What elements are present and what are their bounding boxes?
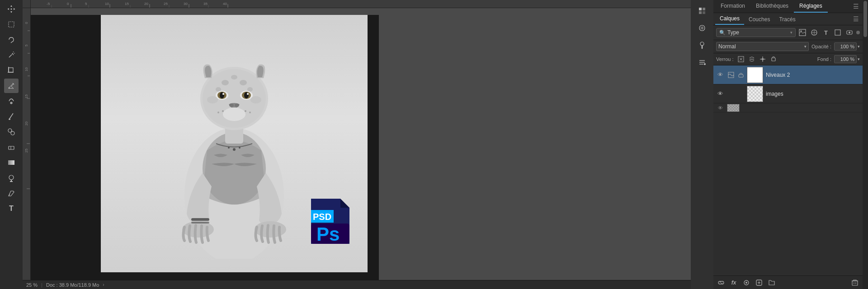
- move-tool[interactable]: [4, 2, 19, 16]
- opacity-value[interactable]: 100 %: [834, 42, 857, 51]
- layer-eye-niveaux2[interactable]: 👁: [716, 71, 724, 79]
- clone-stamp-tool[interactable]: [4, 125, 19, 139]
- properties-panel-icon[interactable]: [695, 21, 709, 35]
- canvas-content[interactable]: PSD Ps: [31, 8, 691, 280]
- fond-value[interactable]: 100 %: [834, 55, 857, 63]
- svg-point-77: [222, 80, 229, 85]
- add-adjustment-icon[interactable]: [754, 278, 764, 288]
- lasso-tool[interactable]: [4, 33, 19, 47]
- add-style-icon[interactable]: fx: [729, 278, 739, 288]
- lock-pixels-icon[interactable]: [736, 55, 745, 64]
- svg-point-22: [11, 131, 14, 135]
- filter-dropdown-arrow[interactable]: ▾: [790, 30, 793, 35]
- channels-panel-icon[interactable]: [695, 55, 709, 70]
- svg-point-94: [245, 110, 246, 112]
- add-group-icon[interactable]: [767, 278, 777, 288]
- svg-text:10: 10: [105, 2, 109, 6]
- svg-point-27: [9, 175, 14, 180]
- layer-item-bg[interactable]: 👁: [713, 103, 863, 112]
- layer-normal-icon: ·: [727, 90, 735, 98]
- layer-thumb-bg: [727, 104, 740, 112]
- brush-preset-icon[interactable]: [695, 38, 709, 52]
- filter-type-icon[interactable]: T: [821, 28, 831, 37]
- blend-mode-select[interactable]: Normal ▾: [716, 42, 809, 51]
- layer-item-images[interactable]: 👁 · · images: [713, 84, 863, 103]
- canvas-artwork: [162, 24, 307, 259]
- lock-position-icon[interactable]: [758, 55, 767, 64]
- svg-text:25: 25: [164, 2, 168, 6]
- svg-point-20: [9, 119, 10, 120]
- svg-point-98: [250, 96, 261, 103]
- layer-link-niveaux2[interactable]: [738, 72, 744, 78]
- filter-search[interactable]: 🔍 Type ▾: [716, 28, 796, 37]
- svg-rect-119: [835, 30, 840, 35]
- tab-bibliotheques[interactable]: Bibliothèques: [750, 0, 794, 13]
- svg-line-6: [9, 55, 12, 57]
- filter-shape-icon[interactable]: [833, 28, 843, 37]
- layer-link-images[interactable]: ·: [738, 91, 744, 97]
- filter-active-dot: [856, 31, 860, 34]
- tab-couches[interactable]: Couches: [744, 14, 774, 25]
- layer-item-niveaux2[interactable]: 👁 Niveaux 2: [713, 65, 863, 84]
- lock-artboard-icon[interactable]: [769, 55, 778, 64]
- thumb-bg-checker: [727, 104, 739, 112]
- svg-text:Ps: Ps: [316, 224, 340, 245]
- dodge-tool[interactable]: [4, 171, 19, 185]
- right-scrollbar[interactable]: [863, 0, 868, 289]
- svg-rect-11: [9, 68, 13, 72]
- layers-list: 👁 Niveaux 2 👁 · · images 👁: [713, 65, 863, 275]
- tab-calques[interactable]: Calques: [715, 13, 744, 25]
- svg-rect-104: [703, 8, 705, 10]
- crop-tool[interactable]: [4, 63, 19, 78]
- layer-eye-images[interactable]: 👁: [716, 90, 724, 98]
- svg-text:PSD: PSD: [313, 212, 331, 222]
- canvas-document: PSD Ps: [101, 15, 368, 272]
- eyedropper-tool[interactable]: [4, 79, 19, 93]
- svg-text:-5: -5: [47, 2, 50, 6]
- opacity-dropdown-arrow[interactable]: ▾: [858, 44, 860, 49]
- svg-rect-106: [703, 11, 705, 14]
- svg-point-121: [849, 32, 850, 33]
- thumb-content-images: [747, 86, 763, 102]
- svg-point-91: [235, 103, 239, 107]
- magic-wand-tool[interactable]: [4, 48, 19, 62]
- panel-secondary-menu-icon[interactable]: ☰: [851, 13, 861, 25]
- add-mask-icon[interactable]: [741, 278, 751, 288]
- panel-menu-icon[interactable]: ☰: [851, 0, 861, 13]
- ruler-top: -5 0 5 10 15 20 25 30 35 40: [23, 0, 691, 8]
- blend-mode-dropdown-arrow: ▾: [804, 44, 807, 49]
- libraries-panel-icon[interactable]: [695, 4, 709, 18]
- type-tool[interactable]: T: [4, 201, 19, 216]
- layer-thumb-images: [747, 86, 763, 102]
- layer-adjustment-icon: [727, 71, 735, 79]
- lock-image-icon[interactable]: [747, 55, 756, 64]
- opacity-control[interactable]: 100 % ▾: [834, 42, 860, 51]
- healing-tool[interactable]: [4, 94, 19, 108]
- eraser-tool[interactable]: [4, 140, 19, 154]
- panel-tabs-secondary: Calques Couches Tracés ☰: [713, 13, 863, 25]
- delete-layer-icon[interactable]: [850, 278, 860, 288]
- tab-reglages[interactable]: Réglages: [794, 0, 828, 13]
- filter-image-icon[interactable]: [797, 28, 807, 37]
- svg-point-70: [182, 221, 214, 238]
- layer-eye-bg[interactable]: 👁: [716, 104, 724, 112]
- middle-panel: [691, 0, 713, 289]
- pen-tool[interactable]: [4, 186, 19, 200]
- filter-adjustment-icon[interactable]: [809, 28, 819, 37]
- tab-traces[interactable]: Tracés: [774, 14, 800, 25]
- scrollbar-thumb[interactable]: [863, 1, 867, 37]
- nav-arrow[interactable]: ›: [103, 282, 104, 287]
- svg-rect-24: [9, 146, 14, 149]
- fond-control[interactable]: 100 % ▾: [834, 55, 860, 63]
- gradient-tool[interactable]: [4, 155, 19, 170]
- ruler-svg: -5 0 5 10 15 20 25 30 35 40: [31, 0, 691, 8]
- svg-marker-3: [14, 8, 15, 10]
- fond-dropdown-arrow[interactable]: ▾: [858, 57, 860, 61]
- brush-tool[interactable]: [4, 109, 19, 124]
- filter-smart-icon[interactable]: [844, 28, 854, 37]
- marquee-tool[interactable]: [4, 17, 19, 32]
- link-layers-icon[interactable]: [716, 278, 726, 288]
- svg-text:20: 20: [24, 121, 28, 126]
- lock-row: Verrou : Fond : 100 % ▾: [713, 53, 863, 65]
- tab-formation[interactable]: Formation: [715, 0, 750, 13]
